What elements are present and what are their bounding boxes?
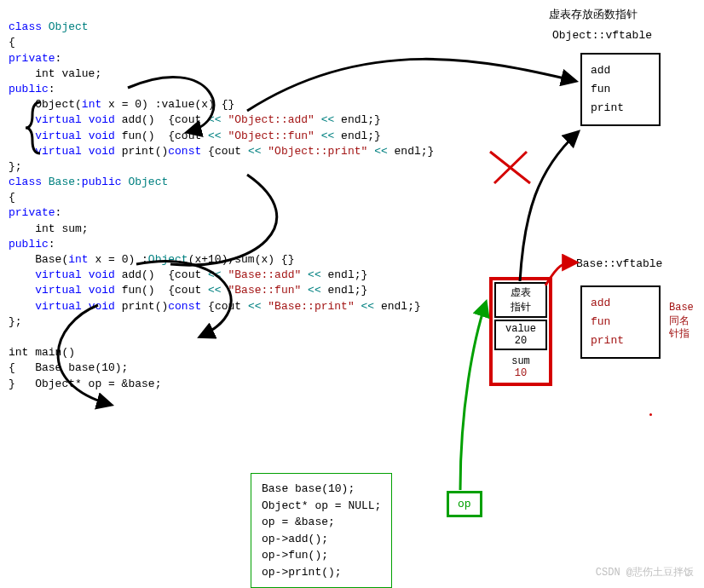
vftable-entry: fun <box>591 80 650 99</box>
main-code-box: Base base(10); Object* op = NULL; op = &… <box>251 473 392 588</box>
header-title-cn: 虚表存放函数指针 <box>549 7 638 22</box>
object-vftable-box: add fun print <box>580 53 661 126</box>
value-cell: value20 <box>494 320 547 350</box>
red-note: Base 同名 针指 <box>669 302 694 342</box>
base-vftable-label: Base::vftable <box>576 257 662 270</box>
code-listing: class Object { private: int value; publi… <box>9 4 434 392</box>
vftable-entry: add <box>591 61 650 80</box>
vftable-entry: print <box>591 331 650 350</box>
red-dot-icon <box>649 413 652 416</box>
watermark: CSDN @悲伤土豆拌饭 <box>596 565 694 579</box>
object-vftable-label: Object::vftable <box>552 29 652 42</box>
op-box: op <box>447 491 482 517</box>
vftable-entry: fun <box>591 313 650 331</box>
vptr-cell: 虚表 指针 <box>494 282 547 318</box>
base-vftable-box: add fun print <box>580 285 661 359</box>
object-memory-layout: 虚表 指针 value20 sum10 <box>489 277 552 386</box>
sum-cell: sum10 <box>494 352 547 381</box>
vftable-entry: add <box>591 294 650 313</box>
vftable-entry: print <box>591 99 650 118</box>
